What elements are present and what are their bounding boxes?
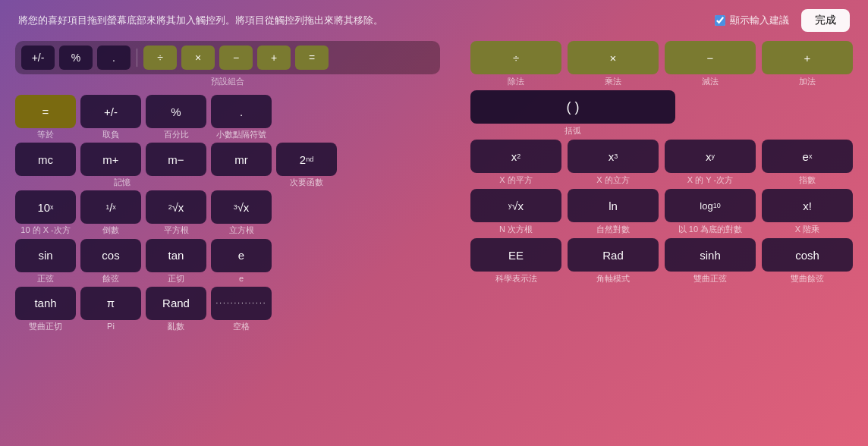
r-ee-label: 科學表示法	[495, 273, 537, 284]
right-panel: ÷ 除法 × 乘法 − 減法 + 加法 ( )	[470, 41, 853, 331]
r-rad-label: 角軸模式	[596, 273, 630, 284]
r-x2-button[interactable]: x2	[470, 140, 561, 173]
equals-button[interactable]: =	[15, 95, 76, 128]
reciprocal-button[interactable]: 1/x	[80, 190, 141, 224]
right-row-5: EE 科學表示法 Rad 角軸模式 sinh 雙曲正弦 cosh 雙曲餘弦	[470, 238, 853, 284]
key-percent: % 百分比	[146, 95, 206, 140]
cos-button[interactable]: cos	[80, 239, 141, 272]
preset-subtract-button[interactable]: −	[219, 46, 253, 70]
preset-equals-button[interactable]: =	[295, 46, 329, 70]
negate-label: 取負	[102, 130, 119, 140]
preset-key-add: +	[257, 46, 291, 70]
r-key-add: + 加法	[762, 41, 853, 87]
memory-label: 記憶	[114, 177, 131, 187]
r-key-cosh: cosh 雙曲餘弦	[762, 238, 853, 284]
r-log10-label: 以 10 為底的對數	[678, 224, 742, 235]
10x-button[interactable]: 10x	[15, 190, 76, 224]
space-label: 空格	[233, 322, 250, 331]
r-ee-button[interactable]: EE	[470, 238, 561, 272]
key-space: ·············· 空格	[211, 287, 272, 331]
sqrt-button[interactable]: 2√x	[146, 190, 206, 224]
r-add-label: 加法	[799, 76, 816, 87]
cbrt-button[interactable]: 3√x	[211, 190, 272, 224]
rand-button[interactable]: Rand	[146, 287, 206, 320]
r-sinh-button[interactable]: sinh	[665, 238, 756, 272]
right-row-1: ÷ 除法 × 乘法 − 減法 + 加法	[470, 41, 853, 87]
r-x3-button[interactable]: x3	[568, 140, 659, 173]
r-key-x2: x2 X 的平方	[470, 140, 561, 186]
preset-decimal-button[interactable]: .	[97, 46, 131, 70]
e-button[interactable]: e	[211, 239, 272, 272]
preset-add-button[interactable]: +	[257, 46, 291, 70]
preset-section: +/- % . ÷ × − +	[15, 41, 440, 87]
key-mc: mc	[15, 143, 76, 176]
show-suggestions-input[interactable]	[715, 15, 725, 26]
rand-label: 亂數	[168, 322, 184, 331]
key-rand: Rand 亂數	[146, 287, 206, 331]
tanh-button[interactable]: tanh	[15, 287, 76, 320]
keys-section: = 等於 +/- 取負 % 百分比 . 小數點隔符號	[15, 95, 440, 331]
pi-button[interactable]: π	[80, 287, 141, 320]
r-xy-button[interactable]: xy	[665, 140, 756, 173]
r-key-multiply: × 乘法	[568, 41, 659, 87]
key-mminus: m−	[146, 143, 206, 176]
r-cosh-button[interactable]: cosh	[762, 238, 853, 272]
r-x3-label: X 的立方	[596, 174, 629, 186]
preset-plusminus-button[interactable]: +/-	[21, 46, 55, 70]
r-subtract-button[interactable]: −	[665, 41, 756, 74]
negate-button[interactable]: +/-	[80, 95, 141, 128]
r-key-ln: ln 自然對數	[568, 189, 659, 235]
show-suggestions-label: 顯示輸入建議	[730, 14, 789, 27]
tan-button[interactable]: tan	[146, 239, 206, 272]
key-pi: π Pi	[80, 287, 141, 331]
r-log10-button[interactable]: log10	[665, 189, 756, 222]
key-row-4: sin 正弦 cos 餘弦 tan 正切 e e	[15, 239, 440, 284]
mplus-button[interactable]: m+	[80, 143, 141, 176]
preset-percent-button[interactable]: %	[59, 46, 93, 70]
sin-button[interactable]: sin	[15, 239, 76, 272]
mminus-button[interactable]: m−	[146, 143, 206, 176]
r-xy-label: X 的 Y -次方	[687, 174, 733, 186]
r-add-button[interactable]: +	[762, 41, 853, 74]
r-yrt-button[interactable]: y√x	[470, 189, 561, 222]
right-grid: ÷ 除法 × 乘法 − 減法 + 加法 ( )	[470, 41, 853, 284]
r-divide-button[interactable]: ÷	[470, 41, 561, 74]
tan-label: 正切	[168, 274, 184, 284]
decimal-button[interactable]: .	[211, 95, 272, 128]
r-ln-button[interactable]: ln	[568, 189, 659, 222]
r-key-subtract: − 減法	[665, 41, 756, 87]
r-rad-button[interactable]: Rad	[568, 238, 659, 272]
r-key-xy: xy X 的 Y -次方	[665, 140, 756, 186]
e-label: e	[239, 274, 244, 284]
preset-divide-button[interactable]: ÷	[143, 46, 177, 70]
key-row-5: tanh 雙曲正切 π Pi Rand 亂數 ·············· 空格	[15, 287, 440, 331]
r-key-parens: ( ) 括弧	[470, 90, 675, 137]
r-factorial-button[interactable]: x!	[762, 189, 853, 222]
key-tan: tan 正切	[146, 239, 206, 284]
key-2nd: 2nd 次要函數	[276, 143, 337, 187]
r-cosh-label: 雙曲餘弦	[791, 273, 824, 284]
mc-button[interactable]: mc	[15, 143, 76, 176]
preset-multiply-button[interactable]: ×	[181, 46, 215, 70]
pi-label: Pi	[107, 322, 115, 331]
10x-label: 10 的 X -次方	[20, 225, 70, 235]
2nd-button[interactable]: 2nd	[276, 143, 337, 176]
key-sin: sin 正弦	[15, 239, 76, 284]
reciprocal-label: 倒數	[102, 225, 119, 235]
done-button[interactable]: 完成	[801, 9, 850, 32]
space-button[interactable]: ··············	[211, 287, 272, 320]
r-yrt-label: N 次方根	[499, 224, 533, 235]
r-key-divide: ÷ 除法	[470, 41, 561, 87]
r-parens-button[interactable]: ( )	[470, 90, 675, 124]
r-ex-button[interactable]: ex	[762, 140, 853, 173]
r-multiply-button[interactable]: ×	[568, 41, 659, 74]
instruction-text: 將您的喜好項目拖到螢幕底部來將其加入觸控列。將項目從觸控列拖出來將其移除。	[18, 14, 715, 27]
r-key-rad: Rad 角軸模式	[568, 238, 659, 284]
2nd-label: 次要函數	[290, 177, 323, 187]
show-suggestions-checkbox[interactable]: 顯示輸入建議	[715, 14, 789, 27]
preset-key-decimal: .	[97, 46, 131, 70]
key-tanh: tanh 雙曲正切	[15, 287, 76, 331]
percent-button[interactable]: %	[146, 95, 206, 128]
r-sinh-label: 雙曲正弦	[693, 273, 727, 284]
mr-button[interactable]: mr	[211, 143, 272, 176]
